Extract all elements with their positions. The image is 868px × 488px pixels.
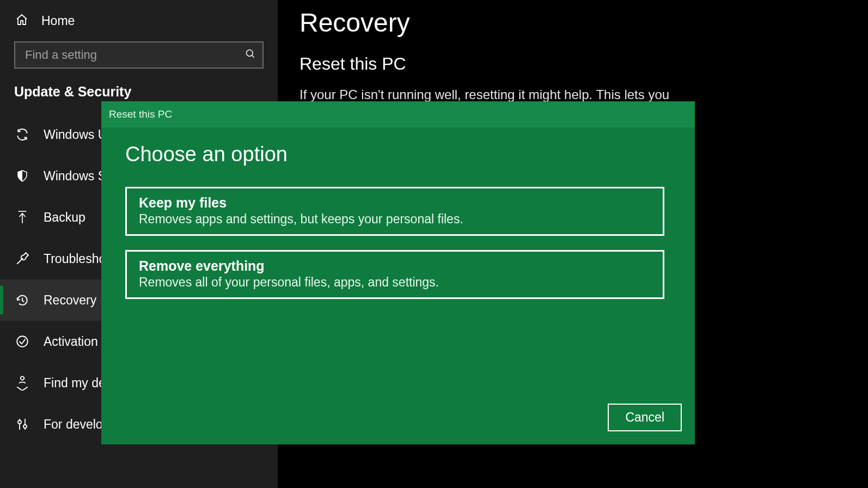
svg-point-0 (247, 50, 253, 57)
option-remove-everything[interactable]: Remove everything Removes all of your pe… (125, 250, 664, 299)
location-person-icon (15, 375, 29, 391)
option-desc: Removes apps and settings, but keeps you… (139, 212, 651, 227)
option-title: Keep my files (139, 195, 651, 211)
svg-point-10 (23, 425, 27, 428)
check-circle-icon (15, 334, 29, 349)
backup-icon (15, 210, 29, 224)
search-box[interactable] (14, 41, 264, 69)
dialog-heading: Choose an option (125, 143, 671, 166)
sidebar-item-label: Recovery (44, 293, 96, 308)
sync-icon (15, 127, 29, 142)
search-icon (245, 48, 256, 62)
sidebar-item-label: Backup (44, 210, 85, 225)
shield-icon (15, 169, 29, 182)
option-title: Remove everything (139, 258, 651, 274)
reset-pc-dialog: Reset this PC Choose an option Keep my f… (101, 101, 695, 444)
option-keep-my-files[interactable]: Keep my files Removes apps and settings,… (125, 187, 664, 236)
search-input[interactable] (25, 48, 245, 62)
svg-line-1 (252, 56, 254, 58)
cancel-button[interactable]: Cancel (608, 404, 682, 431)
svg-point-6 (21, 376, 24, 380)
history-icon (15, 293, 29, 307)
svg-point-8 (18, 420, 21, 424)
search-container (14, 41, 264, 69)
home-icon (15, 13, 28, 28)
dialog-titlebar: Reset this PC (101, 101, 695, 127)
home-label: Home (41, 14, 75, 28)
wrench-icon (15, 252, 29, 266)
developer-icon (15, 417, 29, 431)
option-desc: Removes all of your personal files, apps… (139, 275, 651, 290)
home-nav-button[interactable]: Home (0, 5, 278, 41)
dialog-title: Reset this PC (109, 108, 172, 120)
svg-point-5 (17, 336, 28, 347)
sidebar-item-label: Activation (44, 334, 98, 349)
page-title: Recovery (299, 8, 846, 38)
section-heading: Reset this PC (299, 54, 846, 74)
dialog-body: Choose an option Keep my files Removes a… (101, 127, 695, 444)
svg-line-4 (17, 258, 23, 264)
